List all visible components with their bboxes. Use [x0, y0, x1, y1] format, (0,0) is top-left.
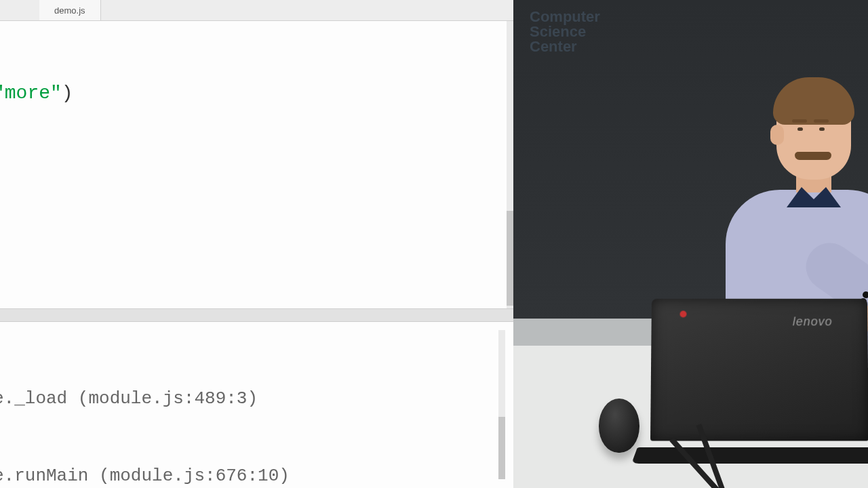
lapel-mic-icon — [863, 291, 868, 298]
editor-scroll-thumb[interactable] — [507, 211, 513, 306]
laptop-brand: lenovo — [793, 314, 833, 329]
csc-logo: Computer Science Center — [530, 9, 600, 54]
presenter-video: Computer Science Center lenovo — [513, 0, 868, 488]
tripod — [685, 420, 766, 488]
code-editor[interactable]: "more") ) { r("wer").length) — [0, 21, 513, 308]
tab-gutter — [0, 0, 39, 20]
tab-label: demo.js — [54, 5, 85, 16]
logo-line: Science — [530, 24, 600, 39]
logo-line: Center — [530, 39, 600, 54]
terminal-scroll-thumb[interactable] — [498, 417, 505, 479]
terminal-line: e.runMain (module.js:676:10) — [0, 463, 385, 488]
code-string: "more" — [0, 83, 62, 104]
logo-line: Computer — [530, 9, 600, 24]
tab-bar: demo.js — [0, 0, 513, 21]
terminal-panel[interactable]: e._load (module.js:489:3) e.runMain (mod… — [0, 322, 513, 488]
code-punct: ) — [62, 83, 73, 104]
terminal-line: e._load (module.js:489:3) — [0, 386, 385, 411]
panel-divider[interactable] — [0, 308, 513, 322]
thinkpad-dot-icon — [680, 310, 687, 317]
tab-demo-js[interactable]: demo.js — [39, 0, 101, 20]
computer-mouse — [599, 399, 639, 453]
ide-panel: demo.js "more") ) { r("wer").length) e._… — [0, 0, 513, 488]
